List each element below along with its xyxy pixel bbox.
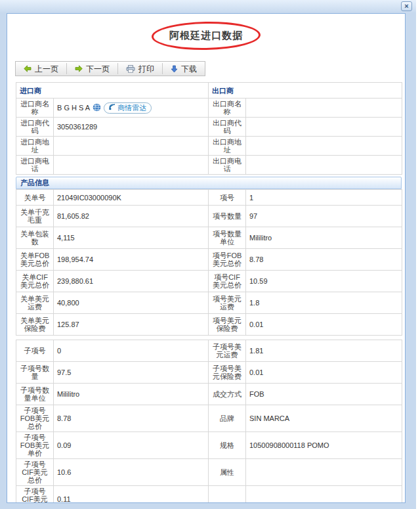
field-value: 0.01: [246, 314, 402, 336]
field-value: FOB: [246, 384, 402, 405]
field-value: 10.59: [246, 271, 402, 292]
download-label: 下载: [181, 65, 197, 73]
globe-icon[interactable]: [93, 103, 101, 113]
field-value: [246, 118, 402, 137]
table-row: 关单FOB美元总价 198,954.74 项号FOB美元总价 8.78: [16, 249, 402, 271]
field-value: 1.81: [246, 340, 402, 362]
close-icon: ×: [404, 3, 408, 10]
field-label: 规格: [209, 432, 246, 459]
product-table-2: 子项号 0 子项号美元运费 1.81 子项号数量 97.5 子项号美元保险费 0…: [16, 340, 402, 503]
red-highlight-ellipse: 阿根廷进口数据: [152, 21, 261, 51]
window-frame: × 阿根廷进口数据 上一页 下一页 打印: [0, 0, 416, 509]
radar-badge[interactable]: 商情雷达: [104, 102, 152, 114]
table-row: 子项号数量单位 Mililitro 成交方式 FOB: [16, 384, 402, 405]
field-label: 出口商代码: [209, 118, 246, 137]
field-value: [246, 486, 402, 504]
trader-table: 进口商 出口商 进口商名称 B G H S A 商情雷达 出口商名称: [16, 82, 402, 175]
product-section-header: 产品信息: [16, 177, 402, 189]
field-value: [246, 459, 402, 486]
field-value: 8.78: [54, 405, 209, 432]
field-label: 子项号: [16, 340, 54, 362]
field-label: 子项号CIF美元总价: [16, 459, 54, 486]
close-button[interactable]: ×: [401, 1, 412, 11]
field-value: [246, 99, 402, 118]
table-row: 进口商名称 B G H S A 商情雷达 出口商名称: [16, 99, 402, 118]
field-value: 0.09: [54, 432, 209, 459]
table-row: 关单号 21049IC03000090K 项号 1: [16, 190, 402, 206]
field-value: [246, 156, 402, 175]
field-label: 子项号CIF美元单价: [16, 486, 54, 504]
page-title: 阿根廷进口数据: [169, 30, 243, 42]
table-row: 子项号 0 子项号美元运费 1.81: [16, 340, 402, 362]
table-row: 子项号CIF美元总价 10.6 属性: [16, 459, 402, 486]
prev-page-label: 上一页: [35, 65, 58, 73]
field-label: 项号: [209, 190, 246, 206]
field-value: Mililitro: [54, 384, 209, 405]
field-label: 成交方式: [209, 384, 246, 405]
table-row: 关单CIF美元总价 239,880.61 项号CIF美元总价 10.59: [16, 271, 402, 292]
field-label: 出口商名称: [209, 99, 246, 118]
prev-page-button[interactable]: 上一页: [16, 62, 66, 76]
table-row: 进口商代码 3050361289 出口商代码: [16, 118, 402, 137]
product-table-1: 关单号 21049IC03000090K 项号 1 关单千克毛重 81,605.…: [16, 189, 402, 336]
field-label: 项号CIF美元总价: [209, 271, 246, 292]
field-value: 0: [54, 340, 209, 362]
importer-section-header: 进口商: [16, 83, 209, 99]
field-label: 关单号: [16, 190, 54, 206]
field-label: 子项号数量单位: [16, 384, 54, 405]
table-row: 进口商电话 出口商电话: [16, 156, 402, 175]
print-button[interactable]: 打印: [118, 62, 162, 76]
exporter-section-header: 出口商: [209, 83, 402, 99]
table-row: 关单美元运费 40,800 项号美元运费 1.8: [16, 292, 402, 314]
field-label: 品牌: [209, 405, 246, 432]
blue-arrow-down-icon: [171, 65, 178, 73]
field-value: 97: [246, 206, 402, 227]
field-value: 8.78: [246, 249, 402, 271]
next-page-button[interactable]: 下一页: [67, 62, 117, 76]
field-label: 子项号美元运费: [209, 340, 246, 362]
field-label: 关单CIF美元总价: [16, 271, 54, 292]
table-row: 进口商地址 出口商地址: [16, 137, 402, 156]
field-label: 关单千克毛重: [16, 206, 54, 227]
field-label: 进口商名称: [16, 99, 54, 118]
download-button[interactable]: 下载: [163, 62, 205, 76]
field-value: 1.8: [246, 292, 402, 314]
window-titlebar: ×: [0, 0, 416, 13]
field-label: 进口商代码: [16, 118, 54, 137]
field-label: 项号美元运费: [209, 292, 246, 314]
field-value: 10.6: [54, 459, 209, 486]
field-label: 项号数量单位: [209, 227, 246, 249]
table-row: 关单千克毛重 81,605.82 项号数量 97: [16, 206, 402, 227]
green-arrow-left-icon: [24, 65, 32, 72]
field-value: 3050361289: [54, 118, 209, 137]
next-page-label: 下一页: [86, 65, 110, 73]
field-label: 子项号FOB美元单价: [16, 432, 54, 459]
field-value: Mililitro: [246, 227, 402, 249]
field-value: 125.87: [54, 314, 209, 336]
field-value: 4,115: [54, 227, 209, 249]
field-value: SIN MARCA: [246, 405, 402, 432]
field-value: 10500908000118 POMO: [246, 432, 402, 459]
field-value: 198,954.74: [54, 249, 209, 271]
field-value: 21049IC03000090K: [54, 190, 209, 206]
radar-badge-label: 商情雷达: [117, 104, 146, 112]
field-value: 1: [246, 190, 402, 206]
table-row: 子项号CIF美元单价 0.11: [16, 486, 402, 504]
table-row: 子项号数量 97.5 子项号美元保险费 0.01: [16, 362, 402, 384]
field-label: 项号数量: [209, 206, 246, 227]
field-label: 子项号数量: [16, 362, 54, 384]
field-label: 出口商电话: [209, 156, 246, 175]
field-label: 进口商地址: [16, 137, 54, 156]
field-value: 0.01: [246, 362, 402, 384]
field-value: [246, 137, 402, 156]
title-area: 阿根廷进口数据: [7, 22, 405, 56]
importer-name-cell: B G H S A 商情雷达: [54, 99, 209, 118]
green-arrow-right-icon: [75, 65, 83, 72]
table-row: 子项号FOB美元总价 8.78 品牌 SIN MARCA: [16, 405, 402, 432]
printer-icon: [126, 65, 135, 73]
field-label: 关单美元保险费: [16, 314, 54, 336]
field-label: 子项号美元保险费: [209, 362, 246, 384]
field-label: 关单包装数: [16, 227, 54, 249]
field-label: 关单FOB美元总价: [16, 249, 54, 271]
field-label: 出口商地址: [209, 137, 246, 156]
